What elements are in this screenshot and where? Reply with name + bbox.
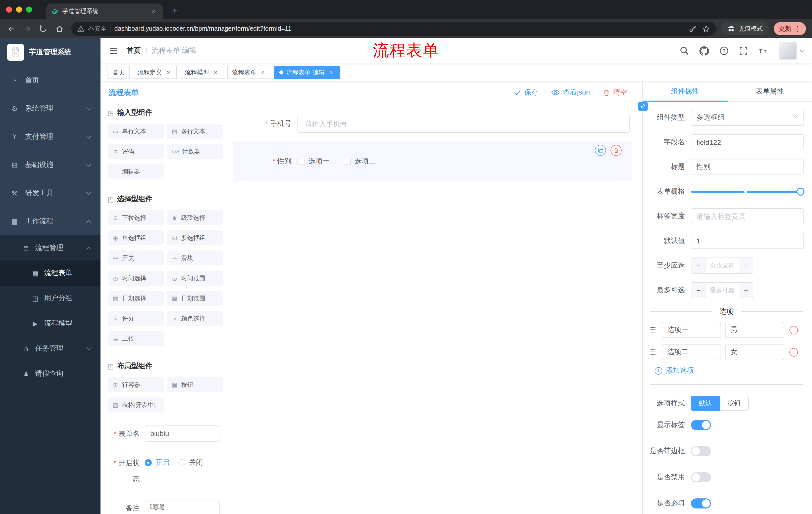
gender-widget-selected[interactable]: 性别 选项一 选项二 xyxy=(233,141,632,182)
component-button[interactable]: ◷时间选择 xyxy=(108,271,164,286)
status-radio-off[interactable]: 关闭 xyxy=(178,458,203,467)
component-button[interactable]: ▣按钮 xyxy=(167,377,223,392)
window-minimize-button[interactable] xyxy=(16,6,22,12)
tab-component-properties[interactable]: 组件属性 xyxy=(643,81,727,101)
password-key-icon[interactable] xyxy=(689,25,696,32)
component-button[interactable]: 123计数器 xyxy=(167,144,223,159)
component-button[interactable]: ⋔级联选择 xyxy=(167,210,223,225)
tag-process-form[interactable]: 流程表单 xyxy=(227,66,271,79)
window-close-button[interactable] xyxy=(6,6,12,12)
component-button[interactable]: ☁上传 xyxy=(108,331,164,346)
sidebar-item-payment-management[interactable]: ￥ 支付管理 xyxy=(0,123,100,151)
bookmark-star-icon[interactable] xyxy=(702,25,710,32)
tag-close-icon[interactable] xyxy=(212,69,219,76)
component-button[interactable]: ⊙下拉选择 xyxy=(108,210,164,225)
tab-close-icon[interactable] xyxy=(150,7,158,15)
component-button[interactable]: ⊞行容器 xyxy=(108,377,164,392)
component-button[interactable]: ▦日期选择 xyxy=(108,291,164,306)
user-menu[interactable] xyxy=(779,42,804,60)
view-json-button[interactable]: 查看json xyxy=(551,88,590,97)
option-style-button-button[interactable]: 按钮 xyxy=(720,396,749,411)
delete-widget-button[interactable] xyxy=(610,145,621,156)
sidebar-item-leave-query[interactable]: ♟ 请假查询 xyxy=(0,361,100,386)
increase-icon[interactable] xyxy=(738,283,753,298)
gender-checkbox-option-1[interactable]: 选项一 xyxy=(297,157,330,166)
add-option-button[interactable]: 添加选项 xyxy=(649,366,804,375)
component-button[interactable]: ⊸滑块 xyxy=(167,250,223,266)
sidebar-item-process-form[interactable]: ▤ 流程表单 xyxy=(0,261,100,286)
sidebar-item-workflow[interactable]: ▤ 工作流程 xyxy=(0,207,100,235)
phone-input[interactable] xyxy=(297,115,630,133)
drag-handle-icon[interactable] xyxy=(650,326,658,334)
decrease-icon[interactable] xyxy=(691,258,705,273)
component-button[interactable]: ▥表格[开发中] xyxy=(108,397,164,412)
show-label-switch[interactable] xyxy=(691,420,711,430)
sidebar-item-dev-tools[interactable]: ⚒ 研发工具 xyxy=(0,179,100,207)
tag-process-model[interactable]: 流程模型 xyxy=(180,66,224,79)
forward-icon[interactable] xyxy=(20,22,34,36)
title-input[interactable] xyxy=(691,159,804,175)
font-size-icon[interactable]: T T xyxy=(758,47,768,55)
drag-handle-icon[interactable] xyxy=(650,348,658,356)
label-width-input[interactable] xyxy=(691,208,804,224)
hamburger-icon[interactable] xyxy=(109,46,119,56)
status-radio-on[interactable]: 开启 xyxy=(145,458,169,467)
gender-checkbox-option-2[interactable]: 选项二 xyxy=(344,157,376,166)
app-logo[interactable]: 芋道管理系统 xyxy=(0,38,100,66)
menu-kebab-icon[interactable] xyxy=(794,25,801,33)
default-value-input[interactable] xyxy=(691,233,804,249)
sidebar-item-process-management[interactable]: ≣ 流程管理 xyxy=(0,235,100,261)
window-zoom-button[interactable] xyxy=(26,6,32,12)
sidebar-item-process-model[interactable]: ▶ 流程模型 xyxy=(0,311,100,336)
help-icon[interactable]: ? xyxy=(720,46,729,55)
component-button[interactable]: ☆评分 xyxy=(108,311,164,326)
tag-process-definition[interactable]: 流程定义 xyxy=(133,66,177,79)
fullscreen-icon[interactable] xyxy=(739,47,748,55)
link-icon[interactable] xyxy=(638,102,648,111)
decrease-icon[interactable] xyxy=(691,283,705,298)
github-icon[interactable] xyxy=(699,46,709,56)
increase-icon[interactable] xyxy=(738,258,753,273)
security-label[interactable]: 不安全 xyxy=(88,24,107,33)
slider-handle[interactable] xyxy=(796,188,805,196)
sidebar-item-task-management[interactable]: ⋔ 任务管理 xyxy=(0,336,100,361)
sidebar-item-system-management[interactable]: ⚙ 系统管理 xyxy=(0,94,100,123)
component-button[interactable]: ▭单行文本 xyxy=(108,124,164,139)
clear-button[interactable]: 清空 xyxy=(603,88,627,97)
search-icon[interactable] xyxy=(680,46,689,55)
tag-close-icon[interactable] xyxy=(165,69,172,76)
option-label-input[interactable] xyxy=(662,322,721,338)
remove-option-button[interactable] xyxy=(789,348,798,356)
option-value-input[interactable] xyxy=(725,322,784,338)
home-icon[interactable] xyxy=(52,22,66,36)
tag-close-icon[interactable] xyxy=(328,69,335,76)
avatar[interactable] xyxy=(779,42,797,60)
option-value-input[interactable] xyxy=(725,344,784,360)
tag-close-icon[interactable] xyxy=(259,69,266,76)
component-button[interactable]: ◉单选框组 xyxy=(108,231,164,245)
remove-option-button[interactable] xyxy=(789,326,798,334)
component-button[interactable]: ◘密码 xyxy=(108,144,164,159)
with-border-switch[interactable] xyxy=(691,446,711,456)
component-button[interactable]: ☑多选框组 xyxy=(167,231,223,245)
tag-process-form-edit[interactable]: 流程表单-编辑 xyxy=(274,66,340,79)
browser-update-button[interactable]: 更新 xyxy=(774,22,806,35)
sidebar-item-user-group[interactable]: ◫ 用户分组 xyxy=(0,286,100,311)
field-name-input[interactable] xyxy=(691,134,804,151)
required-switch[interactable] xyxy=(691,498,711,509)
tag-home[interactable]: 首页 xyxy=(108,66,129,79)
disabled-switch[interactable] xyxy=(691,472,711,482)
component-button[interactable]: ◑颜色选择 xyxy=(167,311,223,326)
tab-form-properties[interactable]: 表单属性 xyxy=(727,81,812,101)
component-button[interactable]: 编辑器 xyxy=(108,164,164,179)
form-grid-slider[interactable] xyxy=(691,184,804,200)
copy-widget-button[interactable] xyxy=(595,145,606,156)
form-name-input[interactable] xyxy=(145,426,220,441)
component-button[interactable]: ⊶开关 xyxy=(108,250,164,266)
back-icon[interactable] xyxy=(4,22,18,36)
save-button[interactable]: 保存 xyxy=(514,88,539,97)
component-button[interactable]: ◶时间范围 xyxy=(167,271,223,286)
form-remark-textarea[interactable]: 嘿嘿 xyxy=(145,500,220,514)
breadcrumb-home[interactable]: 首页 xyxy=(127,46,141,55)
component-type-select[interactable]: 多选框组 xyxy=(691,110,804,126)
